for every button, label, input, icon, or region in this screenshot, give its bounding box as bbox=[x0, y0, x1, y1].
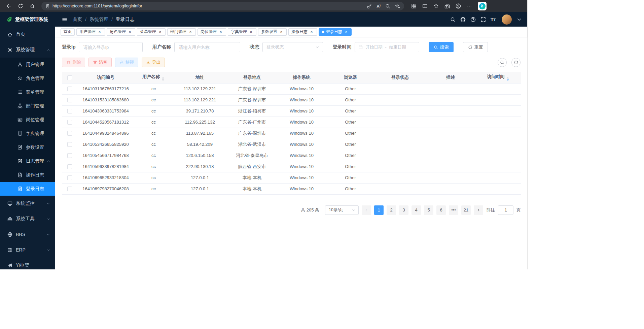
reset-button[interactable]: 重置 bbox=[463, 42, 488, 52]
sidebar-item-bbs[interactable]: BBS bbox=[0, 227, 55, 242]
row-checkbox[interactable] bbox=[67, 120, 72, 125]
sidebar-item-role-mgmt[interactable]: 角色管理 bbox=[0, 71, 55, 85]
sidebar-item-erp[interactable]: ERP bbox=[0, 242, 55, 258]
column-header-user-name[interactable]: 用户名称 bbox=[134, 72, 173, 83]
page-button-1[interactable]: 1 bbox=[374, 205, 384, 215]
tab-close-icon[interactable] bbox=[158, 30, 163, 34]
page-button-3[interactable]: 3 bbox=[399, 205, 408, 215]
more-pages-button[interactable]: ••• bbox=[449, 205, 458, 215]
goto-page-input[interactable] bbox=[498, 205, 513, 215]
page-button-5[interactable]: 5 bbox=[424, 205, 433, 215]
user-name-input[interactable] bbox=[174, 42, 240, 52]
breadcrumb-item-system-mgmt[interactable]: 系统管理 bbox=[90, 17, 108, 23]
tab-close-icon[interactable] bbox=[344, 30, 349, 34]
sidebar-item-yi-framework[interactable]: Yi框架 bbox=[0, 258, 55, 269]
select-all-checkbox[interactable] bbox=[67, 75, 72, 80]
sidebar-item-home[interactable]: 首页 bbox=[0, 27, 55, 42]
unlock-button[interactable]: 解锁 bbox=[115, 58, 138, 67]
user-avatar[interactable] bbox=[502, 14, 512, 25]
font-size-icon[interactable] bbox=[491, 17, 496, 22]
tab-home[interactable]: 首页 bbox=[61, 28, 75, 36]
show-search-toggle-button[interactable] bbox=[498, 58, 507, 67]
sidebar-item-menu-mgmt[interactable]: 菜单管理 bbox=[0, 85, 55, 99]
refresh-table-button[interactable] bbox=[511, 58, 521, 67]
search-icon[interactable] bbox=[450, 17, 456, 22]
github-icon[interactable] bbox=[460, 17, 466, 22]
login-ip-input[interactable] bbox=[79, 42, 143, 52]
page-info-icon[interactable] bbox=[45, 4, 50, 8]
sidebar-item-param-settings[interactable]: 参数设置 bbox=[0, 140, 55, 154]
tab-dept-mgmt[interactable]: 部门管理 bbox=[167, 28, 196, 36]
delete-button[interactable]: 删除 bbox=[62, 58, 85, 67]
login-status-select[interactable]: 登录状态 bbox=[262, 42, 323, 52]
table-row[interactable]: 1641044993248464896 cc 113.87.92.165 广东省… bbox=[62, 128, 521, 139]
browser-refresh-button[interactable] bbox=[16, 1, 25, 11]
read-aloud-icon[interactable] bbox=[377, 3, 381, 9]
breadcrumb-item-home[interactable]: 首页 bbox=[73, 17, 82, 23]
sort-carets-icon[interactable] bbox=[161, 77, 165, 81]
row-checkbox[interactable] bbox=[67, 153, 72, 158]
row-checkbox[interactable] bbox=[67, 109, 72, 113]
collections-icon[interactable] bbox=[444, 3, 450, 9]
sidebar-toggle-icon[interactable] bbox=[62, 17, 67, 22]
tab-param-settings[interactable]: 参数设置 bbox=[258, 28, 287, 36]
tab-user-mgmt[interactable]: 用户管理 bbox=[76, 28, 105, 36]
page-button-2[interactable]: 2 bbox=[387, 205, 396, 215]
fullscreen-icon[interactable] bbox=[480, 17, 486, 22]
row-checkbox[interactable] bbox=[67, 142, 72, 147]
tab-close-icon[interactable] bbox=[218, 30, 223, 34]
favorites-icon[interactable] bbox=[433, 3, 439, 9]
address-bar[interactable]: https://ccnetcore.com:1101/system/log/lo… bbox=[41, 2, 404, 10]
table-row[interactable]: 1641031533185863680 cc 113.102.129.221 广… bbox=[62, 94, 521, 105]
sidebar-item-dict-mgmt[interactable]: 字典管理 bbox=[0, 127, 55, 140]
table-row[interactable]: 1641043063331753984 cc 39.171.210.78 浙江省… bbox=[62, 105, 521, 117]
tab-menu-mgmt[interactable]: 菜单管理 bbox=[137, 28, 166, 36]
table-row[interactable]: 1641054566717984768 cc 120.6.150.158 河北省… bbox=[62, 150, 521, 161]
tab-close-icon[interactable] bbox=[279, 30, 284, 34]
browser-menu-icon[interactable] bbox=[467, 3, 472, 9]
tab-operation-log[interactable]: 操作日志 bbox=[288, 28, 317, 36]
help-icon[interactable] bbox=[470, 17, 476, 22]
chevron-down-icon[interactable] bbox=[516, 17, 522, 22]
browser-home-button[interactable] bbox=[28, 1, 37, 11]
page-button-4[interactable]: 4 bbox=[412, 205, 421, 215]
sidebar-item-log-mgmt[interactable]: 日志管理 bbox=[0, 154, 55, 168]
table-row[interactable]: 1641069798270046208 cc 127.0.0.1 本地-本机 W… bbox=[62, 183, 521, 194]
tab-dict-mgmt[interactable]: 字典管理 bbox=[228, 28, 256, 36]
row-checkbox[interactable] bbox=[67, 164, 72, 169]
table-row[interactable]: 1641059633978281984 cc 222.90.130.18 陕西省… bbox=[62, 161, 521, 172]
tab-close-icon[interactable] bbox=[128, 30, 132, 34]
sidebar-item-dept-mgmt[interactable]: 部门管理 bbox=[0, 99, 55, 113]
row-checkbox[interactable] bbox=[67, 175, 72, 180]
sidebar-item-user-mgmt[interactable]: 用户管理 bbox=[0, 58, 55, 71]
page-size-select[interactable]: 10条/页 bbox=[325, 205, 359, 215]
tab-close-icon[interactable] bbox=[309, 30, 314, 34]
row-checkbox[interactable] bbox=[67, 98, 72, 102]
search-button[interactable]: 搜索 bbox=[429, 42, 454, 52]
table-row[interactable]: 1641044520567181312 cc 112.96.225.132 广东… bbox=[62, 117, 521, 128]
table-row[interactable]: 1641031367863177216 cc 113.102.129.221 广… bbox=[62, 83, 521, 94]
row-checkbox[interactable] bbox=[67, 87, 72, 91]
tab-login-log[interactable]: 登录日志 bbox=[319, 28, 352, 36]
tab-role-mgmt[interactable]: 角色管理 bbox=[107, 28, 135, 36]
split-screen-icon[interactable] bbox=[422, 3, 428, 9]
browser-profile-icon[interactable] bbox=[456, 3, 461, 9]
sort-carets-icon[interactable] bbox=[506, 77, 510, 81]
login-time-range-picker[interactable]: 开始日期 - 结束日期 bbox=[355, 42, 419, 52]
extensions-icon[interactable] bbox=[411, 3, 417, 9]
sidebar-item-system-mgmt[interactable]: 系统管理 bbox=[0, 42, 55, 58]
zoom-icon[interactable] bbox=[385, 4, 390, 9]
column-header-access-time[interactable]: 访问时间 bbox=[476, 72, 521, 83]
browser-back-button[interactable] bbox=[4, 1, 13, 11]
export-button[interactable]: 导出 bbox=[142, 58, 165, 67]
tab-close-icon[interactable] bbox=[97, 30, 102, 34]
copilot-icon[interactable] bbox=[478, 2, 487, 10]
password-key-icon[interactable] bbox=[367, 4, 372, 9]
page-button-21[interactable]: 21 bbox=[461, 205, 471, 215]
sidebar-item-post-mgmt[interactable]: 岗位管理 bbox=[0, 113, 55, 127]
sidebar-item-login-log[interactable]: 登录日志 bbox=[0, 182, 55, 196]
page-button-6[interactable]: 6 bbox=[436, 205, 446, 215]
tab-post-mgmt[interactable]: 岗位管理 bbox=[198, 28, 226, 36]
clear-button[interactable]: 清空 bbox=[88, 58, 112, 67]
sidebar-item-operation-log[interactable]: 操作日志 bbox=[0, 168, 55, 182]
